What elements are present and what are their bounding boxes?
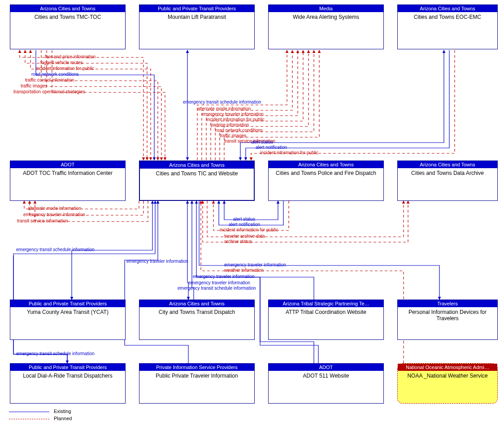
flow-label: alert notification	[229, 222, 260, 227]
box-media[interactable]: Media Wide Area Alerting Systems	[268, 4, 384, 49]
legend-line-planned	[9, 419, 49, 419]
flow-label: alternate mode information	[28, 206, 81, 211]
box-header: Arizona Cities and Towns	[139, 300, 254, 307]
box-body: Local Dial-A-Ride Transit Dispatchers	[10, 371, 125, 379]
flow-label: incident information for public	[206, 117, 265, 122]
box-header: National Oceanic Atmospheric Admi…	[398, 364, 497, 371]
box-data-archive[interactable]: Arizona Cities and Towns Cities and Town…	[397, 161, 498, 201]
flow-label: incident information for public	[220, 227, 278, 232]
flow-label: road network conditions	[31, 72, 79, 77]
flow-label: emergency traveler information	[126, 259, 188, 264]
box-header: Arizona Cities and Towns	[140, 161, 254, 169]
box-eoc-emc[interactable]: Arizona Cities and Towns Cities and Town…	[397, 4, 498, 49]
flow-label: parking information	[211, 122, 249, 127]
flow-label: emergency transit schedule information	[183, 100, 261, 104]
box-body: Cities and Towns TIC and Website	[140, 169, 254, 177]
legend-label-planned: Planned	[54, 416, 72, 421]
box-header: Arizona Tribal Strategic Partnering Te…	[269, 300, 383, 307]
flow-label: alert status	[251, 139, 273, 144]
flow-label: emergency traveler information	[202, 112, 264, 117]
flow-label: traffic control information	[25, 78, 74, 83]
flow-label: traffic images	[220, 133, 246, 138]
box-header: Public and Private Transit Providers	[10, 300, 125, 307]
box-center-tic-website[interactable]: Arizona Cities and Towns Cities and Town…	[139, 161, 255, 201]
box-header: Arizona Cities and Towns	[269, 161, 383, 168]
box-body: Yuma County Area Transit (YCAT)	[10, 307, 125, 315]
box-header: ADOT	[10, 161, 125, 168]
box-header: ADOT	[269, 364, 383, 371]
flow-label: emergency traveler information	[23, 212, 85, 217]
box-adot-toc[interactable]: ADOT ADOT TOC Traffic Information Center	[10, 161, 126, 201]
box-pidt[interactable]: Travelers Personal Information Devices f…	[397, 300, 498, 340]
flow-label: traffic images	[21, 83, 47, 88]
box-body: Public Private Traveler Information	[139, 371, 254, 379]
box-noaa[interactable]: National Oceanic Atmospheric Admi… NOAA …	[397, 363, 498, 404]
flow-label: emergency transit schedule information	[178, 286, 256, 291]
box-body: Personal Information Devices for Travele…	[398, 307, 497, 322]
flow-label: emergency transit schedule information	[16, 247, 95, 252]
box-body: ADOT TOC Traffic Information Center	[10, 168, 125, 176]
flow-label: weather information	[224, 268, 264, 273]
box-attp[interactable]: Arizona Tribal Strategic Partnering Te… …	[268, 300, 384, 340]
flow-label: alert status	[233, 217, 255, 222]
flow-label: alert notification	[256, 145, 287, 150]
box-body: ATTP Tribal Coordination Website	[269, 307, 383, 315]
flow-label: fare and price information	[45, 54, 96, 59]
flow-label: incident information for public	[260, 150, 318, 155]
box-body: Cities and Towns EOC-EMC	[398, 12, 497, 20]
flow-label: incident information for public	[36, 66, 94, 71]
box-body: Cities and Towns TMC-TOC	[10, 12, 125, 20]
box-body: City and Towns Transit Dispatch	[139, 307, 254, 315]
legend-label-existing: Existing	[54, 409, 71, 414]
flow-label: emergency transit schedule information	[16, 351, 95, 356]
box-dial-a-ride[interactable]: Public and Private Transit Providers Loc…	[10, 363, 126, 404]
box-police-fire[interactable]: Arizona Cities and Towns Cities and Town…	[268, 161, 384, 201]
box-mountain-lift[interactable]: Public and Private Transit Providers Mou…	[139, 4, 255, 49]
box-header: Public and Private Transit Providers	[139, 5, 254, 12]
box-city-transit-dispatch[interactable]: Arizona Cities and Towns City and Towns …	[139, 300, 255, 340]
box-body: Mountain Lift Paratransit	[139, 12, 254, 20]
box-header: Arizona Cities and Towns	[398, 5, 497, 12]
flow-label: transportation operational strategies	[13, 89, 85, 94]
flow-label: traveler archive data	[224, 234, 265, 239]
flow-label: transit service information	[17, 218, 68, 223]
flow-label: road network conditions	[215, 128, 263, 133]
box-header: Private Information Service Providers	[139, 364, 254, 371]
flow-label: emergency traveler information	[188, 280, 250, 285]
box-header: Public and Private Transit Providers	[10, 364, 125, 371]
box-body: Wide Area Alerting Systems	[269, 12, 383, 20]
box-body: NOAA _National Weather Service	[398, 371, 497, 379]
flow-label: emergency traveler information	[224, 262, 286, 267]
flow-label: emergency traveler information	[193, 274, 255, 279]
box-header: Media	[269, 5, 383, 12]
box-body: Cities and Towns Police and Fire Dispatc…	[269, 168, 383, 176]
box-adot-511[interactable]: ADOT ADOT 511 Website	[268, 363, 384, 404]
diagram-canvas: Arizona Cities and Towns Cities and Town…	[0, 0, 504, 426]
box-header: Arizona Cities and Towns	[10, 5, 125, 12]
box-header: Travelers	[398, 300, 497, 307]
box-ycat[interactable]: Public and Private Transit Providers Yum…	[10, 300, 126, 340]
legend-line-existing	[9, 412, 49, 412]
flow-label: alternate mode information	[197, 106, 251, 111]
box-tmc-toc[interactable]: Arizona Cities and Towns Cities and Town…	[10, 4, 126, 49]
flow-label: logged vehicle routes	[40, 60, 83, 65]
box-private-info[interactable]: Private Information Service Providers Pu…	[139, 363, 255, 404]
flow-label: archive status	[224, 239, 252, 244]
box-body: Cities and Towns Data Archive	[398, 168, 497, 176]
box-header: Arizona Cities and Towns	[398, 161, 497, 168]
box-body: ADOT 511 Website	[269, 371, 383, 379]
